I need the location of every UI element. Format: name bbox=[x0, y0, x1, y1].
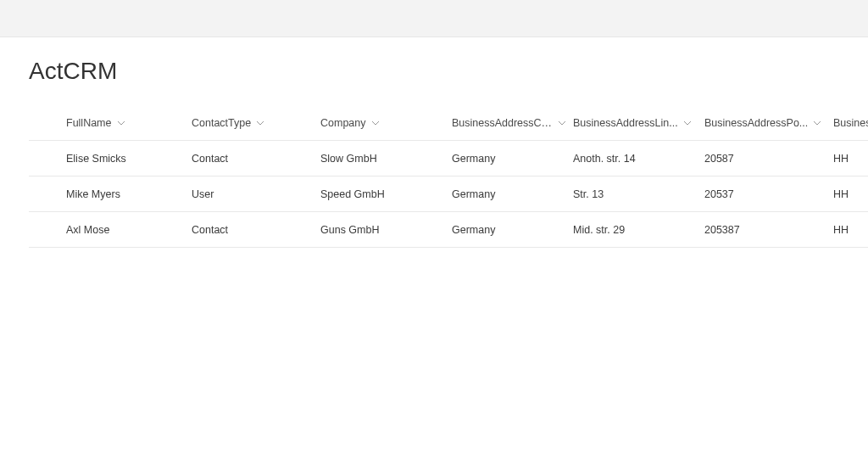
column-header-label: Company bbox=[320, 117, 366, 129]
cell-postal: 205387 bbox=[704, 216, 833, 244]
cell-postal: 20587 bbox=[704, 144, 833, 173]
column-header-businessaddresspostal[interactable]: BusinessAddressPo... bbox=[704, 109, 833, 137]
cell-state: HH bbox=[833, 144, 868, 173]
column-header-fullname[interactable]: FullName bbox=[66, 109, 192, 137]
grid-header-lead bbox=[29, 115, 66, 132]
cell-addressline: Anoth. str. 14 bbox=[573, 144, 704, 173]
chevron-down-icon bbox=[256, 120, 264, 126]
column-header-label: BusinessAddressCo... bbox=[452, 117, 553, 129]
column-header-label: ContactType bbox=[192, 117, 251, 129]
column-header-label: FullName bbox=[66, 117, 112, 129]
cell-company: Speed GmbH bbox=[320, 180, 452, 209]
column-header-label: BusinessAddressPo... bbox=[704, 117, 808, 129]
cell-addressline: Mid. str. 29 bbox=[573, 216, 704, 244]
cell-state: HH bbox=[833, 180, 868, 209]
cell-fullname: Mike Myers bbox=[66, 180, 192, 209]
column-header-company[interactable]: Company bbox=[320, 109, 452, 137]
chevron-down-icon bbox=[117, 120, 125, 126]
data-grid: FullName ContactType Company BusinessAdd… bbox=[29, 105, 868, 248]
cell-contacttype: Contact bbox=[192, 216, 320, 244]
table-row[interactable]: Axl Mose Contact Guns GmbH Germany Mid. … bbox=[29, 212, 868, 248]
grid-header-row: FullName ContactType Company BusinessAdd… bbox=[29, 105, 868, 141]
column-header-contacttype[interactable]: ContactType bbox=[192, 109, 320, 137]
cell-contacttype: User bbox=[192, 180, 320, 209]
cell-fullname: Elise Smicks bbox=[66, 144, 192, 173]
cell-addressline: Str. 13 bbox=[573, 180, 704, 209]
column-header-businessaddresscountry[interactable]: BusinessAddressCo... bbox=[452, 109, 573, 137]
column-header-businessaddressstate[interactable]: Busines bbox=[833, 109, 868, 137]
page-content: ActCRM FullName ContactType Company bbox=[0, 37, 868, 248]
cell-state: HH bbox=[833, 216, 868, 244]
page-title: ActCRM bbox=[29, 58, 868, 85]
column-header-label: BusinessAddressLin... bbox=[573, 117, 678, 129]
column-header-businessaddressline[interactable]: BusinessAddressLin... bbox=[573, 109, 704, 137]
cell-postal: 20537 bbox=[704, 180, 833, 209]
chevron-down-icon bbox=[558, 120, 566, 126]
cell-fullname: Axl Mose bbox=[66, 216, 192, 244]
table-row[interactable]: Elise Smicks Contact Slow GmbH Germany A… bbox=[29, 141, 868, 176]
cell-contacttype: Contact bbox=[192, 144, 320, 173]
chevron-down-icon bbox=[813, 120, 821, 126]
cell-company: Slow GmbH bbox=[320, 144, 452, 173]
column-header-label: Busines bbox=[833, 117, 868, 129]
top-bar bbox=[0, 0, 868, 37]
chevron-down-icon bbox=[683, 120, 692, 126]
cell-country: Germany bbox=[452, 216, 573, 244]
chevron-down-icon bbox=[371, 120, 380, 126]
cell-company: Guns GmbH bbox=[320, 216, 452, 244]
table-row[interactable]: Mike Myers User Speed GmbH Germany Str. … bbox=[29, 176, 868, 212]
cell-country: Germany bbox=[452, 180, 573, 209]
cell-country: Germany bbox=[452, 144, 573, 173]
